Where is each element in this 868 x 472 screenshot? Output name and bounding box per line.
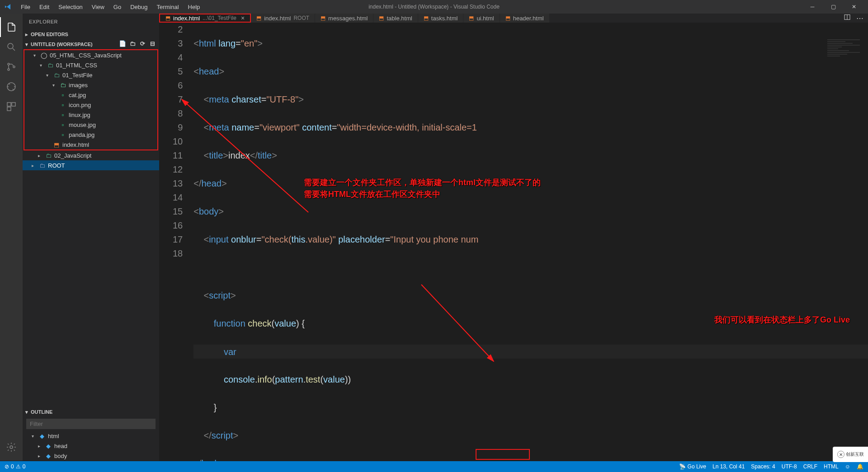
tab-label: tasks.html xyxy=(431,15,458,22)
editor-body[interactable]: 23456789101112131415161718 <html lang="e… xyxy=(159,23,868,472)
html-icon: ⬒ xyxy=(505,15,510,21)
tree-file[interactable]: ▫cat.jpg xyxy=(24,90,157,100)
html-icon: ⬒ xyxy=(469,15,474,21)
status-lncol[interactable]: Ln 13, Col 41 xyxy=(712,463,745,470)
watermark: ✕创新互联 xyxy=(833,447,868,462)
workspace-label: UNTITLED (WORKSPACE) xyxy=(31,42,93,47)
html-icon: ⬒ xyxy=(256,15,261,21)
menu-help[interactable]: Help xyxy=(184,2,205,12)
tree-file[interactable]: ▫linux.jpg xyxy=(24,110,157,120)
refresh-icon[interactable]: ⟳ xyxy=(138,39,146,47)
tab-label: index.html xyxy=(264,15,291,22)
window-maximize-button[interactable]: ▢ xyxy=(823,0,844,14)
menu-edit[interactable]: Edit xyxy=(35,2,54,12)
open-editors-section[interactable]: ▸OPEN EDITORS xyxy=(23,29,159,39)
menu-view[interactable]: View xyxy=(87,2,109,12)
tree-label: panda.jpg xyxy=(69,131,94,138)
vscode-logo xyxy=(4,3,12,11)
tree-images[interactable]: ▾🗀images xyxy=(24,80,157,90)
extensions-icon[interactable] xyxy=(0,97,23,117)
tab-header[interactable]: ⬒header.html xyxy=(500,14,550,23)
tab-label: messages.html xyxy=(328,15,368,22)
tab-ui[interactable]: ⬒ui.html xyxy=(463,14,500,23)
window-close-button[interactable]: ✕ xyxy=(844,0,864,14)
tree-js[interactable]: ▸🗀02_JavaScript xyxy=(23,150,159,160)
tree-root[interactable]: ▸🗀ROOT xyxy=(23,160,159,170)
html-icon: ⬒ xyxy=(379,15,384,21)
tree-project[interactable]: ▾◯05_HTML_CSS_JavaScript xyxy=(24,50,157,60)
open-editors-label: OPEN EDITORS xyxy=(31,32,68,37)
editor-gutter: 23456789101112131415161718 xyxy=(159,23,193,472)
tab-tasks[interactable]: ⬒tasks.html xyxy=(418,14,464,23)
tree-file[interactable]: ▫mouse.jpg xyxy=(24,120,157,130)
editor-code[interactable]: <html lang="en"> <head> <meta charset="U… xyxy=(193,23,868,472)
status-eol[interactable]: CRLF xyxy=(803,463,817,470)
menu-debug[interactable]: Debug xyxy=(126,2,152,12)
tree-label: 01_HTML_CSS xyxy=(56,62,97,69)
annotation-1: 需要建立一个文件夹工作区，单独新建一个html文件是测试不了的 xyxy=(304,177,541,188)
golive-highlight xyxy=(476,449,530,460)
status-bell[interactable]: 🔔 xyxy=(857,463,863,470)
html-icon: ⬒ xyxy=(321,15,326,21)
tab-bar: ⬒ index.html ...\01_TestFile × ⬒index.ht… xyxy=(159,14,868,23)
menu-selection[interactable]: Selection xyxy=(54,2,87,12)
settings-icon[interactable] xyxy=(0,437,23,457)
debug-icon[interactable] xyxy=(0,77,23,97)
tab-path: ...\01_TestFile xyxy=(203,15,236,21)
explorer-icon[interactable] xyxy=(0,17,23,37)
outline-label: html xyxy=(48,433,59,439)
menu-go[interactable]: Go xyxy=(109,2,126,12)
tree-file[interactable]: ▫icon.png xyxy=(24,100,157,110)
outline-item[interactable]: ▾◆html xyxy=(23,431,159,441)
window-minimize-button[interactable]: ─ xyxy=(802,0,823,14)
tab-label: index.html xyxy=(173,15,200,22)
search-icon[interactable] xyxy=(0,37,23,57)
close-icon[interactable]: × xyxy=(241,14,245,22)
collapse-icon[interactable]: ⊟ xyxy=(148,39,156,47)
explorer-header: EXPLORER xyxy=(23,14,159,29)
new-file-icon[interactable]: 📄 xyxy=(118,39,127,47)
tab-index-root[interactable]: ⬒index.html ROOT xyxy=(251,14,315,23)
tree-label: 05_HTML_CSS_JavaScript xyxy=(50,52,122,59)
tab-index-testfile[interactable]: ⬒ index.html ...\01_TestFile × xyxy=(159,14,251,23)
tree-label: 01_TestFile xyxy=(62,72,92,79)
svg-rect-6 xyxy=(12,103,15,106)
svg-point-1 xyxy=(8,63,9,65)
new-folder-icon[interactable]: 🗀 xyxy=(128,39,137,47)
tab-table[interactable]: ⬒table.html xyxy=(373,14,418,23)
source-control-icon[interactable] xyxy=(0,57,23,77)
outline-section[interactable]: ▾OUTLINE xyxy=(23,407,159,417)
tab-label: ui.html xyxy=(476,15,494,22)
tree-label: images xyxy=(69,82,88,89)
outline-label: head xyxy=(54,443,67,449)
status-errors[interactable]: ⊘ 0 ⚠ 0 xyxy=(5,463,25,470)
outline-item[interactable]: ▸◆body xyxy=(23,451,159,461)
annotation-2: 需要将HTML文件放在工作区文件夹中 xyxy=(304,189,440,200)
editor: ⬒ index.html ...\01_TestFile × ⬒index.ht… xyxy=(159,14,868,461)
svg-point-8 xyxy=(10,446,13,449)
menu-terminal[interactable]: Terminal xyxy=(152,2,183,12)
split-editor-icon[interactable] xyxy=(844,14,851,23)
status-feedback[interactable]: ☺ xyxy=(845,463,850,470)
svg-point-0 xyxy=(8,43,13,49)
tree-label: index.html xyxy=(62,141,89,148)
tree-testfile[interactable]: ▾🗀01_TestFile xyxy=(24,70,157,80)
more-icon[interactable]: ⋯ xyxy=(856,14,863,23)
outline-filter-input[interactable] xyxy=(26,419,156,429)
status-spaces[interactable]: Spaces: 4 xyxy=(751,463,775,470)
menu-bar: File Edit Selection View Go Debug Termin… xyxy=(16,2,204,12)
outline-label: OUTLINE xyxy=(31,409,52,415)
workspace-section[interactable]: ▾UNTITLED (WORKSPACE) 📄 🗀 ⟳ ⊟ xyxy=(23,39,159,49)
tree-index[interactable]: ⬒index.html xyxy=(24,140,157,150)
status-golive[interactable]: 📡 Go Live xyxy=(679,463,706,470)
tree-htmlcss[interactable]: ▾🗀01_HTML_CSS xyxy=(24,60,157,70)
status-encoding[interactable]: UTF-8 xyxy=(782,463,797,470)
minimap[interactable] xyxy=(826,38,862,129)
tree-file[interactable]: ▫panda.jpg xyxy=(24,130,157,140)
window-title: index.html - Untitled (Workspace) - Visu… xyxy=(368,4,500,10)
menu-file[interactable]: File xyxy=(16,2,35,12)
outline-item[interactable]: ▸◆head xyxy=(23,441,159,451)
svg-point-3 xyxy=(13,66,15,68)
status-lang[interactable]: HTML xyxy=(824,463,839,470)
tab-messages[interactable]: ⬒messages.html xyxy=(315,14,373,23)
